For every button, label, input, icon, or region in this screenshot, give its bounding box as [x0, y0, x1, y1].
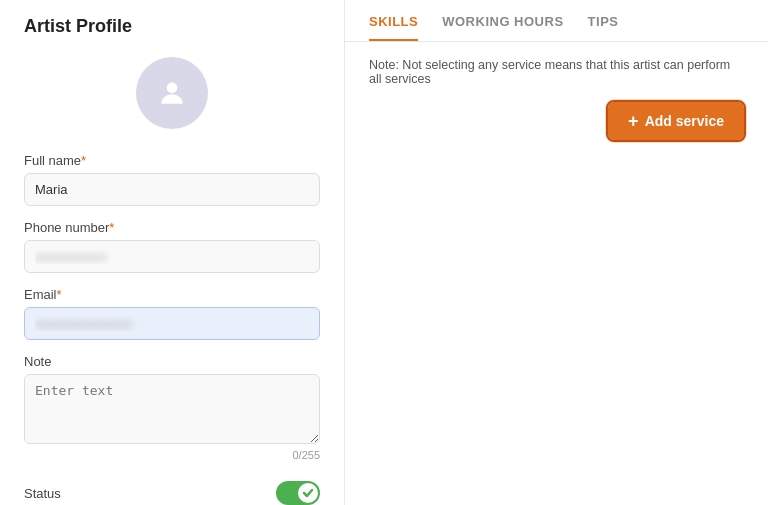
note-label: Note	[24, 354, 320, 369]
add-service-button[interactable]: + Add service	[608, 102, 744, 140]
phone-number-input[interactable]	[24, 240, 320, 273]
email-label: Email*	[24, 287, 320, 302]
svg-point-0	[167, 82, 178, 93]
checkmark-icon	[302, 487, 314, 499]
avatar-container[interactable]	[24, 57, 320, 129]
tab-tips[interactable]: TIPS	[588, 0, 619, 41]
right-panel: SKILLS WORKING HOURS TIPS Note: Not sele…	[345, 0, 768, 505]
full-name-group: Full name*	[24, 153, 320, 206]
add-service-icon: +	[628, 112, 639, 130]
phone-required: *	[109, 220, 114, 235]
phone-number-group: Phone number*	[24, 220, 320, 273]
note-input[interactable]	[24, 374, 320, 444]
status-row: Status	[24, 481, 320, 505]
page-title: Artist Profile	[24, 16, 320, 37]
full-name-label: Full name*	[24, 153, 320, 168]
status-toggle[interactable]	[276, 481, 320, 505]
add-service-wrapper: + Add service	[369, 102, 744, 140]
skills-note: Note: Not selecting any service means th…	[369, 58, 744, 86]
toggle-knob	[298, 483, 318, 503]
tabs-bar: SKILLS WORKING HOURS TIPS	[345, 0, 768, 42]
email-required: *	[57, 287, 62, 302]
left-panel: Artist Profile Full name* Phone number*	[0, 0, 345, 505]
full-name-input[interactable]	[24, 173, 320, 206]
char-count: 0/255	[24, 449, 320, 461]
full-name-required: *	[81, 153, 86, 168]
phone-number-label: Phone number*	[24, 220, 320, 235]
email-input[interactable]	[24, 307, 320, 340]
person-icon	[156, 77, 188, 109]
status-label: Status	[24, 486, 61, 501]
avatar[interactable]	[136, 57, 208, 129]
right-content: Note: Not selecting any service means th…	[345, 42, 768, 505]
add-service-label: Add service	[645, 113, 724, 129]
tab-skills[interactable]: SKILLS	[369, 0, 418, 41]
email-group: Email*	[24, 287, 320, 340]
note-group: Note 0/255	[24, 354, 320, 461]
tab-working-hours[interactable]: WORKING HOURS	[442, 0, 563, 41]
